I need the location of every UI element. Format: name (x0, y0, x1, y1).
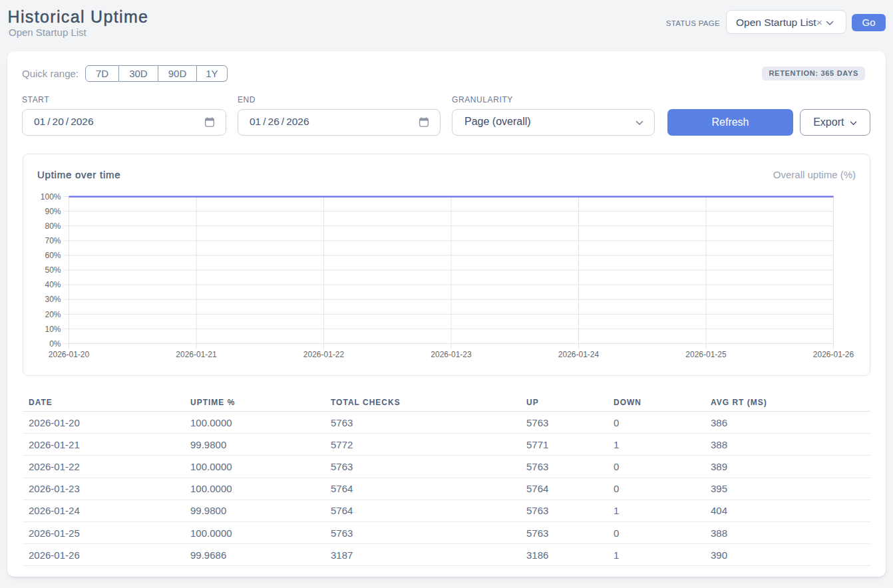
svg-text:2026-01-24: 2026-01-24 (558, 350, 600, 359)
svg-text:50%: 50% (45, 265, 61, 275)
svg-text:60%: 60% (45, 251, 61, 260)
svg-text:10%: 10% (45, 325, 61, 334)
svg-text:0%: 0% (49, 339, 61, 349)
svg-text:100%: 100% (41, 192, 61, 202)
svg-text:90%: 90% (45, 207, 61, 216)
svg-text:40%: 40% (45, 280, 61, 289)
svg-text:2026-01-22: 2026-01-22 (303, 350, 345, 359)
svg-text:30%: 30% (45, 295, 61, 304)
svg-text:2026-01-25: 2026-01-25 (685, 350, 727, 359)
svg-text:2026-01-21: 2026-01-21 (176, 350, 217, 359)
svg-text:20%: 20% (45, 310, 61, 319)
svg-text:2026-01-20: 2026-01-20 (49, 350, 90, 359)
svg-text:2026-01-23: 2026-01-23 (431, 350, 472, 359)
svg-text:2026-01-26: 2026-01-26 (813, 350, 854, 359)
svg-text:70%: 70% (45, 236, 61, 245)
svg-text:80%: 80% (45, 221, 61, 231)
